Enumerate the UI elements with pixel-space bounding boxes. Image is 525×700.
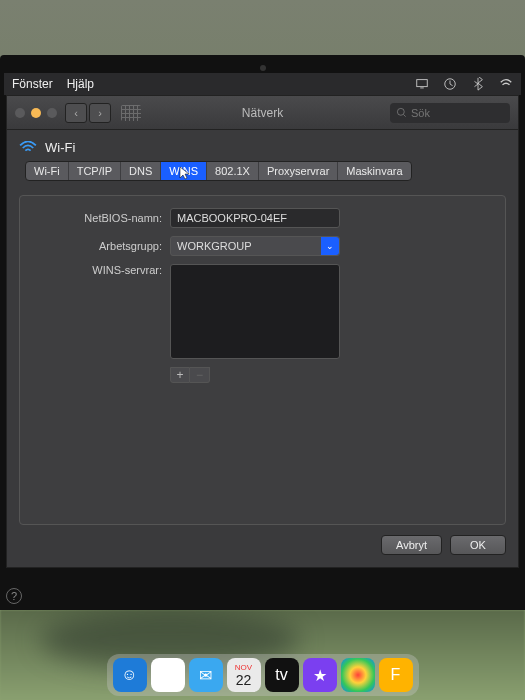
wifi-large-icon: [19, 141, 37, 155]
cal-day: 22: [236, 672, 252, 688]
add-button[interactable]: +: [170, 367, 190, 383]
workgroup-dropdown[interactable]: WORKGROUP ⌄: [170, 236, 340, 256]
search-icon: [396, 107, 407, 118]
dock: ☺ ✈ ✉ NOV22 tv ★ F: [107, 654, 419, 696]
wins-servers-list[interactable]: [170, 264, 340, 359]
close-button[interactable]: [15, 108, 25, 118]
window-title: Nätverk: [242, 106, 283, 120]
search-field[interactable]: [390, 103, 510, 123]
content-area: Wi-Fi Wi-Fi TCP/IP DNS WINS 802.1X Proxy…: [7, 130, 518, 567]
screen: Fönster Hjälp ‹ › Nätverk: [0, 55, 525, 610]
cursor-icon: [179, 166, 191, 180]
display-icon[interactable]: [415, 77, 429, 91]
svg-rect-1: [420, 88, 424, 89]
dock-finder[interactable]: ☺: [113, 658, 147, 692]
help-button[interactable]: ?: [6, 588, 22, 604]
remove-button: −: [190, 367, 210, 383]
netbios-label: NetBIOS-namn:: [20, 212, 162, 224]
form-panel: NetBIOS-namn: MACBOOKPRO-04EF Arbetsgrup…: [19, 195, 506, 525]
wins-label: WINS-servrar:: [20, 264, 162, 276]
minimize-button[interactable]: [31, 108, 41, 118]
workgroup-label: Arbetsgrupp:: [20, 240, 162, 252]
menu-fonster[interactable]: Fönster: [12, 77, 53, 91]
cancel-button[interactable]: Avbryt: [381, 535, 442, 555]
dock-photos[interactable]: [341, 658, 375, 692]
tab-wifi[interactable]: Wi-Fi: [26, 162, 69, 180]
svg-rect-0: [417, 80, 428, 87]
add-remove-group: + −: [170, 367, 491, 383]
dock-safari[interactable]: ✉: [189, 658, 223, 692]
back-button[interactable]: ‹: [65, 103, 87, 123]
search-input[interactable]: [411, 107, 491, 119]
grid-icon[interactable]: [121, 105, 141, 121]
traffic-lights: [15, 108, 57, 118]
wifi-icon[interactable]: [499, 77, 513, 91]
tab-tcpip[interactable]: TCP/IP: [69, 162, 121, 180]
chevron-down-icon: ⌄: [321, 237, 339, 255]
zoom-button[interactable]: [47, 108, 57, 118]
bluetooth-icon[interactable]: [471, 77, 485, 91]
tabs: Wi-Fi TCP/IP DNS WINS 802.1X Proxyservra…: [25, 161, 412, 181]
workgroup-value: WORKGROUP: [171, 240, 321, 252]
footer-buttons: Avbryt OK: [19, 535, 506, 555]
section-title: Wi-Fi: [45, 140, 75, 155]
tab-dns[interactable]: DNS: [121, 162, 161, 180]
dock-app[interactable]: F: [379, 658, 413, 692]
dock-maps[interactable]: ✈: [151, 658, 185, 692]
tab-hardware[interactable]: Maskinvara: [338, 162, 410, 180]
camera-icon: [260, 65, 266, 71]
tab-8021x[interactable]: 802.1X: [207, 162, 259, 180]
dock-imovie[interactable]: ★: [303, 658, 337, 692]
cal-month: NOV: [235, 663, 252, 672]
tab-wins[interactable]: WINS: [161, 162, 207, 180]
tab-proxy[interactable]: Proxyservrar: [259, 162, 338, 180]
dock-tv[interactable]: tv: [265, 658, 299, 692]
clock-icon[interactable]: [443, 77, 457, 91]
svg-point-3: [397, 108, 404, 115]
netbios-field[interactable]: MACBOOKPRO-04EF: [170, 208, 340, 228]
network-window: ‹ › Nätverk Wi-Fi Wi-Fi TCP/IP DNS WINS: [6, 95, 519, 568]
section-header: Wi-Fi: [19, 140, 506, 155]
forward-button[interactable]: ›: [89, 103, 111, 123]
toolbar: ‹ › Nätverk: [7, 96, 518, 130]
menubar: Fönster Hjälp: [4, 73, 521, 95]
dock-calendar[interactable]: NOV22: [227, 658, 261, 692]
menu-hjalp[interactable]: Hjälp: [67, 77, 94, 91]
ok-button[interactable]: OK: [450, 535, 506, 555]
